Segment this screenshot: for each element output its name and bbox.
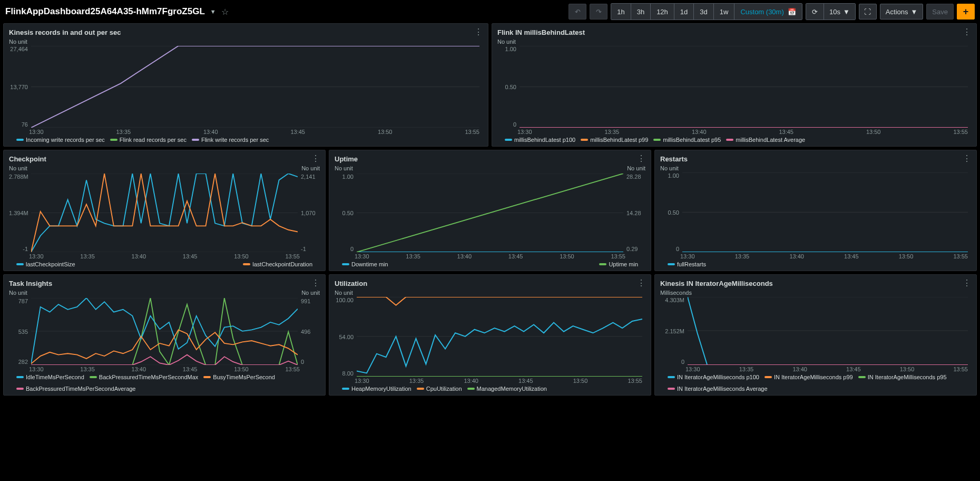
panel-menu-icon[interactable]: ⋮ <box>637 155 645 163</box>
add-widget-button[interactable]: + <box>957 4 975 20</box>
legend-item[interactable]: millisBehindLatest p100 <box>505 137 575 143</box>
panel-menu-icon[interactable]: ⋮ <box>311 155 320 163</box>
y-tick: 535 <box>9 329 28 335</box>
legend-item[interactable]: Incoming write records per sec <box>16 137 105 143</box>
legend: fullRestarts <box>660 261 971 267</box>
panel-uptime: Uptime ⋮ No unit No unit 1.00 0.50 0 28.… <box>329 150 651 271</box>
y-tick: 4.303M <box>660 297 684 303</box>
time-1h[interactable]: 1h <box>611 4 631 20</box>
legend-item[interactable]: ManagedMemoryUtilization <box>467 386 547 392</box>
legend-label: BackPressuredTimeMsPerSecondAverage <box>26 386 135 392</box>
x-ticks: 13:30 13:35 13:40 13:45 13:50 13:55 <box>335 253 645 259</box>
legend-label: BusyTimeMsPerSecond <box>213 374 275 380</box>
time-1w[interactable]: 1w <box>714 4 735 20</box>
x-tick: 13:45 <box>183 366 198 372</box>
legend-label: BackPressuredTimeMsPerSecondMax <box>99 374 199 380</box>
legend-item[interactable]: IN IteratorAgeMilliseconds Average <box>668 386 768 392</box>
legend-item[interactable]: lastCheckpointDuration <box>243 261 312 267</box>
time-3h[interactable]: 3h <box>631 4 651 20</box>
y-tick: 2.152M <box>660 328 684 334</box>
y-ticks-left: 2.788M 1.394M -1 <box>9 174 30 252</box>
legend-item[interactable]: HeapMemoryUtilization <box>342 386 411 392</box>
y-axis-label: No unit <box>9 39 483 45</box>
y-ticks: 27,464 13,770 76 <box>9 46 30 128</box>
panel-menu-icon[interactable]: ⋮ <box>637 279 645 287</box>
x-tick: 13:50 <box>573 378 588 384</box>
legend-item[interactable]: IN IteratorAgeMilliseconds p95 <box>858 374 947 380</box>
legend-item[interactable]: BusyTimeMsPerSecond <box>203 374 275 380</box>
legend-item[interactable]: Flink read records per sec <box>110 137 187 143</box>
time-range-group: 1h 3h 12h 1d 3d 1w Custom (30m) 📅 <box>611 3 802 20</box>
save-button[interactable]: Save <box>926 4 954 20</box>
legend-label: Uptime min <box>609 261 638 267</box>
panel-menu-icon[interactable]: ⋮ <box>474 28 483 36</box>
x-tick: 13:50 <box>900 366 915 372</box>
title-dropdown-icon[interactable]: ▼ <box>210 8 216 15</box>
legend-item[interactable]: BackPressuredTimeMsPerSecondAverage <box>16 386 135 392</box>
legend-item[interactable]: Flink write records per sec <box>192 137 269 143</box>
x-tick: 13:35 <box>735 253 750 259</box>
time-1d[interactable]: 1d <box>674 4 694 20</box>
chart-area: 787 535 282 991 496 0 <box>9 298 320 365</box>
chart-area: 100.00 54.00 8.00 <box>335 297 645 377</box>
panel-checkpoint: Checkpoint ⋮ No unit No unit 2.788M 1.39… <box>3 150 326 271</box>
legend-label: Flink read records per sec <box>120 137 187 143</box>
x-tick: 13:55 <box>953 366 968 372</box>
fullscreen-button[interactable]: ⛶ <box>859 4 877 20</box>
legend-label: IN IteratorAgeMilliseconds p99 <box>774 374 853 380</box>
legend-label: IdleTimeMsPerSecond <box>26 374 84 380</box>
panel-menu-icon[interactable]: ⋮ <box>963 155 971 163</box>
x-tick: 13:40 <box>132 253 146 259</box>
legend-item[interactable]: Downtime min <box>342 261 388 267</box>
x-tick: 13:45 <box>846 366 861 372</box>
time-12h[interactable]: 12h <box>651 4 674 20</box>
x-tick: 13:45 <box>508 253 523 259</box>
legend-item[interactable]: millisBehindLatest p99 <box>581 137 648 143</box>
legend-label: Flink write records per sec <box>201 137 269 143</box>
legend-item[interactable]: IdleTimeMsPerSecond <box>16 374 84 380</box>
panel-title: Utilization <box>335 280 367 287</box>
x-ticks: 13:30 13:35 13:40 13:45 13:50 13:55 <box>660 366 971 372</box>
y-ticks-right: 991 496 0 <box>299 298 320 365</box>
legend-item[interactable]: BackPressuredTimeMsPerSecondMax <box>90 374 199 380</box>
refresh-interval-button[interactable]: 10s ▼ <box>824 4 855 20</box>
redo-button[interactable]: ↷ <box>590 4 607 20</box>
legend-item[interactable]: IN IteratorAgeMilliseconds p99 <box>765 374 853 380</box>
legend-label: millisBehindLatest p99 <box>590 137 648 143</box>
x-tick: 13:35 <box>739 366 754 372</box>
chart-area: 1.00 0.50 0 <box>660 172 971 252</box>
legend-item[interactable]: CpuUtilization <box>417 386 462 392</box>
y-tick: 0.50 <box>497 84 516 90</box>
undo-button[interactable]: ↶ <box>569 4 586 20</box>
actions-button[interactable]: Actions ▼ <box>880 4 924 20</box>
legend-item[interactable]: lastCheckpointSize <box>16 261 75 267</box>
y-tick: 54.00 <box>335 334 354 340</box>
legend-item[interactable]: IN IteratorAgeMilliseconds p100 <box>668 374 759 380</box>
legend-item[interactable]: fullRestarts <box>668 261 706 267</box>
x-tick: 13:45 <box>844 253 859 259</box>
legend: IN IteratorAgeMilliseconds p100 IN Itera… <box>660 374 971 392</box>
favorite-star-icon[interactable]: ☆ <box>221 7 229 17</box>
x-ticks: 13:30 13:35 13:40 13:45 13:50 13:55 <box>9 366 320 372</box>
x-ticks: 13:30 13:35 13:40 13:45 13:50 13:55 <box>335 378 645 384</box>
y-axis-label: No unit <box>335 290 645 296</box>
legend-label: lastCheckpointDuration <box>252 261 312 267</box>
time-3d[interactable]: 3d <box>694 4 713 20</box>
x-tick: 13:30 <box>680 253 695 259</box>
legend-item[interactable]: Uptime min <box>599 261 638 267</box>
panel-menu-icon[interactable]: ⋮ <box>963 28 971 36</box>
legend-label: IN IteratorAgeMilliseconds Average <box>677 386 768 392</box>
time-custom[interactable]: Custom (30m) 📅 <box>734 4 802 20</box>
chart-area: 4.303M 2.152M 0 <box>660 297 971 365</box>
y-tick: 13,770 <box>9 84 28 90</box>
legend-item[interactable]: millisBehindLatest Average <box>726 137 805 143</box>
panel-title: Checkpoint <box>9 155 46 163</box>
refresh-button[interactable]: ⟳ <box>806 4 824 20</box>
panel-flink-in-millis: Flink IN millisBehindLatest ⋮ No unit 1.… <box>492 23 977 147</box>
panel-menu-icon[interactable]: ⋮ <box>963 279 971 287</box>
legend-item[interactable]: millisBehindLatest p95 <box>653 137 721 143</box>
dashboard-title: FlinkAppDashboard25A64A35-hMm7FgroZ5GL <box>5 6 205 17</box>
time-custom-label: Custom (30m) <box>740 8 783 16</box>
panel-menu-icon[interactable]: ⋮ <box>311 279 320 287</box>
chart-area: 1.00 0.50 0 28.28 14.28 0.29 <box>335 174 645 252</box>
